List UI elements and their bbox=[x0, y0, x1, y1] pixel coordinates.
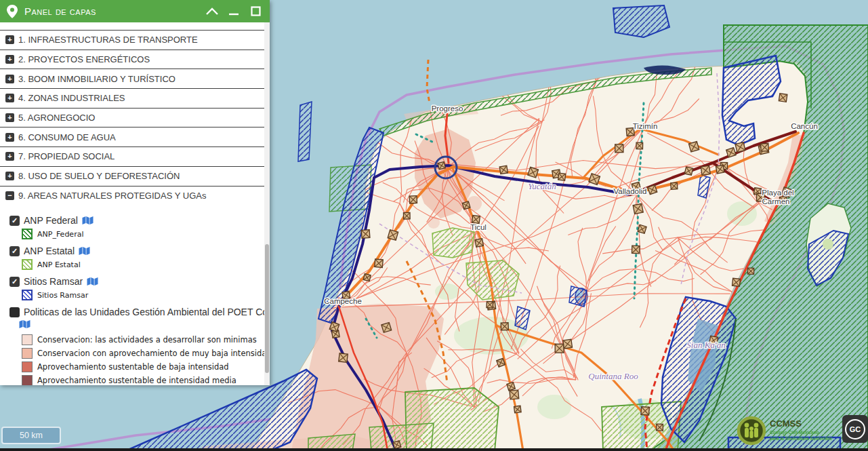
sitios-ramsar-checkbox[interactable]: ✓ bbox=[9, 277, 20, 287]
panel-header[interactable]: Panel de capas bbox=[0, 0, 270, 22]
uga-swatch-3 bbox=[22, 361, 33, 372]
scrollbar-thumb[interactable] bbox=[265, 244, 269, 373]
sublayer-politicas-uga: Politicas de las Unidades Gestión Ambien… bbox=[9, 307, 264, 317]
anp-federal-checkbox[interactable]: ✓ bbox=[9, 216, 20, 226]
layer-group-propiedad-social[interactable]: + 7. PROPIEDAD SOCIAL bbox=[0, 146, 264, 166]
sublayer-anp-federal: ✓ ANP Federal bbox=[9, 215, 264, 226]
maximize-button[interactable] bbox=[248, 4, 263, 19]
uga-swatch-1 bbox=[22, 334, 33, 345]
anp-federal-swatch bbox=[22, 229, 33, 239]
sublayer-sitios-ramsar: ✓ Sitios Ramsar bbox=[9, 276, 264, 287]
legend-anp-federal: ANP_Federal bbox=[22, 229, 264, 239]
panel-scrollbar[interactable] bbox=[264, 22, 270, 385]
anp-estatal-swatch bbox=[22, 259, 33, 270]
gc-badge[interactable]: GC bbox=[842, 415, 868, 443]
place-label: Valladolid bbox=[613, 187, 646, 195]
place-label: Quintana Roo bbox=[588, 371, 638, 381]
uga-swatch-4 bbox=[22, 375, 33, 385]
app-window: ProgresoYucatánTizimínCancúnValladolidPl… bbox=[0, 0, 868, 451]
scale-bar: 50 km bbox=[1, 427, 61, 444]
panel-body: + 1. INFRAESTRUCTURAS DE TRANSPORTE + 2.… bbox=[0, 22, 270, 385]
map-icon[interactable] bbox=[82, 216, 94, 225]
anp-estatal-checkbox[interactable]: ✓ bbox=[9, 246, 20, 256]
layers-panel: Panel de capas + 1. INFRAESTRUCTURAS DE … bbox=[0, 0, 270, 385]
panel-title: Panel de capas bbox=[24, 5, 198, 17]
place-label: Cancún bbox=[791, 122, 818, 130]
place-label: Campeche bbox=[324, 297, 362, 305]
svg-text:CCMSS: CCMSS bbox=[770, 418, 802, 429]
uga-swatch-2 bbox=[22, 348, 33, 359]
layer-group-proyectos-energeticos[interactable]: + 2. PROYECTOS ENERGÉTICOS bbox=[0, 50, 264, 69]
expand-icon[interactable]: + bbox=[5, 35, 14, 44]
place-label: Progreso bbox=[432, 104, 463, 113]
sublayer-anp-estatal: ✓ ANP Estatal bbox=[9, 246, 264, 256]
expand-icon[interactable]: + bbox=[5, 55, 14, 64]
expand-icon[interactable]: + bbox=[5, 133, 14, 142]
expanded-group-content: ✓ ANP Federal ANP_Federal ✓ ANP Estatal bbox=[0, 205, 264, 385]
legend-uga-baja: Aprovechamiento sustentable de baja inte… bbox=[22, 361, 264, 372]
layer-group-boom-inmobiliario[interactable]: + 3. BOOM INMOBILIARIO Y TURÍSTICO bbox=[0, 68, 264, 88]
place-label: Carmen bbox=[762, 197, 790, 205]
map-icon[interactable] bbox=[19, 319, 30, 329]
legend-anp-estatal: ANP Estatal bbox=[22, 259, 264, 270]
politicas-checkbox[interactable] bbox=[9, 307, 20, 317]
place-label: Ticul bbox=[470, 223, 487, 231]
legend-uga-media: Aprovechamiento sustentable de intensida… bbox=[22, 375, 264, 385]
map-icon[interactable] bbox=[87, 277, 98, 286]
place-label: Yucatán bbox=[528, 181, 556, 191]
svg-text:Consejo Civil Mexicano: Consejo Civil Mexicano bbox=[770, 430, 819, 435]
legend-uga-muy-baja: Conservacion con aprovechamiento de muy … bbox=[22, 348, 264, 359]
layer-group-anp-ugas[interactable]: − 9. AREAS NATURALES PROTEGIDAS Y UGAs bbox=[0, 186, 264, 205]
sitios-ramsar-swatch bbox=[22, 290, 33, 300]
expand-icon[interactable]: + bbox=[5, 172, 14, 180]
expand-icon[interactable]: + bbox=[5, 94, 14, 102]
minimize-button[interactable] bbox=[226, 4, 241, 19]
svg-text:para la Silvicultura Sostenibl: para la Silvicultura Sostenible bbox=[770, 436, 833, 442]
layer-group-agronegocio[interactable]: + 5. AGRONEGOCIO bbox=[0, 108, 264, 128]
layer-group-uso-de-suelo[interactable]: + 8. USO DE SUELO Y DEFORESTACIÓN bbox=[0, 166, 264, 186]
collapse-button[interactable] bbox=[205, 4, 220, 19]
legend-uga-conservacion: Conservacion: las actividades a desarrol… bbox=[22, 334, 264, 345]
layer-group-zonas-industriales[interactable]: + 4. ZONAS INDUSTRIALES bbox=[0, 88, 264, 108]
gc-badge-circle: GC bbox=[845, 419, 865, 439]
legend-sitios-ramsar: Sitios Ramsar bbox=[22, 290, 264, 300]
layer-group-consumo-de-agua[interactable]: + 6. CONSUMO DE AGUA bbox=[0, 127, 264, 146]
expand-icon[interactable]: + bbox=[5, 75, 14, 83]
collapse-group-icon[interactable]: − bbox=[5, 191, 14, 200]
map-icon[interactable] bbox=[79, 246, 90, 256]
map-pin-icon bbox=[7, 5, 18, 18]
place-label: Tizimín bbox=[633, 122, 658, 130]
place-label: Playa del bbox=[762, 189, 793, 197]
expand-icon[interactable]: + bbox=[5, 152, 14, 161]
place-label: Sian Ka'an bbox=[686, 340, 725, 350]
bottom-strip bbox=[0, 448, 868, 451]
politicas-map-icon-row bbox=[19, 319, 264, 332]
expand-icon[interactable]: + bbox=[5, 113, 14, 122]
layer-group-infraestructuras[interactable]: + 1. INFRAESTRUCTURAS DE TRANSPORTE bbox=[0, 30, 264, 50]
